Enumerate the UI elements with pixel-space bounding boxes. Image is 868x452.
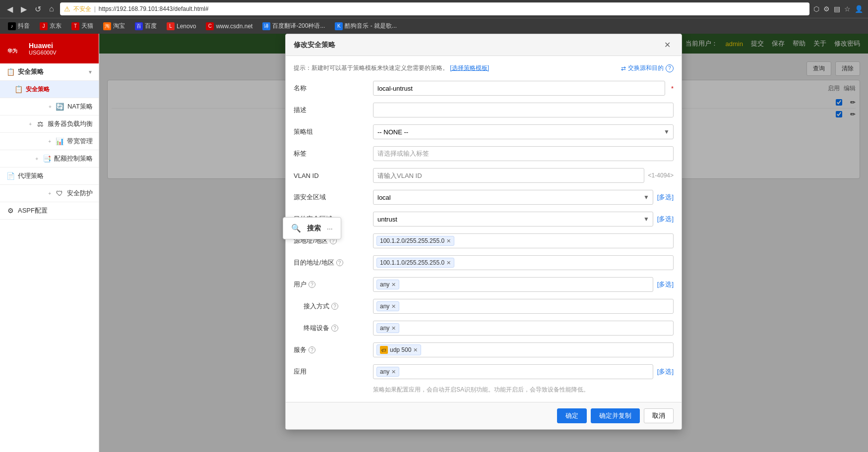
sidebar-item-nat[interactable]: + 🔄 NAT策略 (0, 98, 99, 115)
security-policy-sub-icon: 📋 (14, 85, 23, 94)
confirm-copy-button[interactable]: 确定并复制 (591, 408, 640, 423)
src-addr-tag-close[interactable]: ✕ (446, 238, 451, 244)
src-addr-tag: 100.1.2.0/255.255.255.0 ✕ (376, 236, 454, 246)
src-zone-multi-select[interactable]: [多选] (657, 193, 674, 202)
extensions-icon[interactable]: ⬡ (813, 5, 819, 13)
dst-addr-tag-close[interactable]: ✕ (446, 260, 451, 266)
dialog-close-button[interactable]: ✕ (661, 39, 674, 51)
security-warning-icon: ⚠ (64, 5, 70, 13)
bookmark-icon[interactable]: ☆ (844, 5, 851, 13)
bookmark-jd[interactable]: J 京东 (36, 20, 65, 32)
forward-button[interactable]: ▶ (19, 2, 29, 16)
bookmark-kugou[interactable]: K 酷狗音乐 - 就是歌... (331, 20, 401, 32)
policy-group-field-row: 策略组 -- NONE -- ▼ (294, 124, 674, 140)
csdn-icon: C (206, 22, 214, 30)
access-method-help-icon[interactable]: ? (331, 303, 338, 310)
service-tags-container[interactable]: 🏷 udp 500 ✕ (373, 342, 674, 357)
desc-label: 描述 (294, 106, 373, 114)
douyin-icon: ♪ (8, 22, 16, 30)
sidebar-item-server-lb[interactable]: + ⚖ 服务器负载均衡 (0, 115, 99, 133)
access-method-tags-container[interactable]: any ✕ (373, 299, 674, 314)
browser-action-buttons: ⬡ ⚙ ▤ ☆ 👤 (813, 5, 863, 13)
dialog-header: 修改安全策略 ✕ (286, 34, 682, 56)
bookmark-taobao[interactable]: 淘 淘宝 (99, 20, 129, 32)
profile-icon[interactable]: 👤 (855, 5, 863, 13)
sidebar-item-aspf[interactable]: ⚙ ASPF配置 (0, 202, 99, 220)
user-tags-container[interactable]: any ✕ (373, 277, 653, 292)
template-link[interactable]: [选择策略模板] (450, 64, 489, 71)
sidebar-item-proxy[interactable]: 📄 代理策略 (0, 168, 99, 185)
search-popup-label[interactable]: 搜索 (307, 224, 321, 233)
sidebar-item-security-policy-sub[interactable]: 📋 安全策略 (0, 81, 99, 98)
src-zone-select[interactable]: local (373, 190, 653, 205)
dst-addr-help-icon[interactable]: ? (336, 259, 343, 266)
user-tag-close[interactable]: ✕ (391, 282, 396, 288)
refresh-button[interactable]: ↺ (33, 2, 43, 16)
address-bar[interactable]: ⚠ 不安全 | https://192.168.79.101:8443/defa… (60, 2, 809, 15)
security-protect-expand-icon: + (48, 191, 51, 196)
service-tag-close[interactable]: ✕ (413, 347, 418, 353)
tags-input[interactable]: 请选择或输入标签 (373, 146, 674, 161)
user-help-icon[interactable]: ? (309, 281, 315, 288)
app-tag-close[interactable]: ✕ (391, 369, 396, 375)
bookmark-tianmao[interactable]: T 天猫 (67, 20, 97, 32)
access-method-tag-close[interactable]: ✕ (391, 303, 396, 310)
app-multi-select[interactable]: [多选] (657, 367, 674, 376)
name-label: 名称 (294, 84, 373, 93)
terminal-tag-close[interactable]: ✕ (391, 325, 396, 332)
tags-label: 标签 (294, 149, 373, 158)
aspf-icon: ⚙ (6, 206, 15, 215)
dst-addr-field-row: 目的地址/地区 ? 100.1.1.0/255.255.255.0 ✕ (294, 255, 674, 271)
bookmark-baidu-translate[interactable]: 译 百度翻译-200种语... (258, 20, 329, 32)
app-tags-container[interactable]: any ✕ (373, 364, 653, 379)
desc-field-row: 描述 (294, 102, 674, 118)
sidebar-toggle-icon[interactable]: ▤ (834, 5, 840, 13)
sidebar-item-bandwidth[interactable]: + 📊 带宽管理 (0, 133, 99, 150)
app-tag: any ✕ (376, 367, 399, 377)
exchange-source-dest-button[interactable]: ⇄ 交换源和目的 ? (621, 64, 674, 72)
service-field-row: 服务 ? 🏷 udp 500 ✕ (294, 342, 674, 358)
policy-group-select[interactable]: -- NONE -- (373, 124, 674, 139)
search-more-button[interactable]: ··· (327, 225, 333, 232)
vlan-id-input[interactable] (373, 168, 644, 183)
server-lb-expand-icon: + (29, 121, 32, 127)
dst-zone-multi-select[interactable]: [多选] (657, 215, 674, 224)
back-button[interactable]: ◀ (5, 2, 15, 16)
dst-addr-label: 目的地址/地区 ? (294, 258, 373, 267)
cancel-button[interactable]: 取消 (644, 408, 674, 423)
service-help-icon[interactable]: ? (309, 346, 315, 353)
hint-text: 提示：新建时可以基于策略模板来快速定义您需要的策略。 (294, 64, 448, 71)
bookmark-douyin[interactable]: ♪ 抖音 (4, 20, 34, 32)
expand-icon: ▼ (88, 69, 93, 75)
dst-zone-select-wrap: untrust ▼ (373, 212, 653, 226)
url-text: https://192.168.79.101:8443/default.html… (99, 5, 209, 12)
confirm-button[interactable]: 确定 (557, 408, 587, 423)
bookmark-csdn[interactable]: C www.csdn.net (202, 21, 256, 32)
src-zone-label: 源安全区域 (294, 193, 373, 202)
quota-icon: 📑 (42, 154, 51, 163)
home-button[interactable]: ⌂ (47, 2, 56, 15)
terminal-help-icon[interactable]: ? (331, 325, 338, 332)
desc-input[interactable] (373, 103, 674, 117)
sidebar-item-security-policy-parent[interactable]: 📋 安全策略 ▼ (0, 63, 99, 81)
sidebar-item-quota[interactable]: + 📑 配额控制策略 (0, 150, 99, 168)
name-input[interactable] (373, 81, 665, 96)
terminal-field-row: 终端设备 ? any ✕ (294, 320, 674, 336)
exchange-help-icon[interactable]: ? (666, 64, 674, 72)
dst-zone-select[interactable]: untrust (373, 212, 653, 226)
sidebar-item-security-protect[interactable]: + 🛡 安全防护 (0, 185, 99, 202)
src-addr-tags-container[interactable]: 100.1.2.0/255.255.255.0 ✕ (373, 233, 674, 248)
policy-group-control-wrap: -- NONE -- ▼ (373, 124, 674, 139)
dst-addr-tags-container[interactable]: 100.1.1.0/255.255.255.0 ✕ (373, 255, 674, 270)
bookmark-baidu[interactable]: 百 百度 (131, 20, 161, 32)
settings-icon[interactable]: ⚙ (823, 5, 830, 13)
tianmao-icon: T (71, 22, 79, 30)
tags-control-wrap: 请选择或输入标签 (373, 146, 674, 161)
terminal-control-wrap: any ✕ (373, 321, 674, 336)
terminal-tags-container[interactable]: any ✕ (373, 321, 674, 336)
name-field-row: 名称 * (294, 80, 674, 96)
search-popup: 🔍 搜索 ··· (283, 217, 341, 239)
modify-security-policy-dialog: 修改安全策略 ✕ 提示：新建时可以基于策略模板来快速定义您需要的策略。 [选择策… (285, 34, 682, 430)
user-multi-select[interactable]: [多选] (657, 280, 674, 289)
bookmark-lenovo[interactable]: L Lenovo (163, 21, 200, 32)
